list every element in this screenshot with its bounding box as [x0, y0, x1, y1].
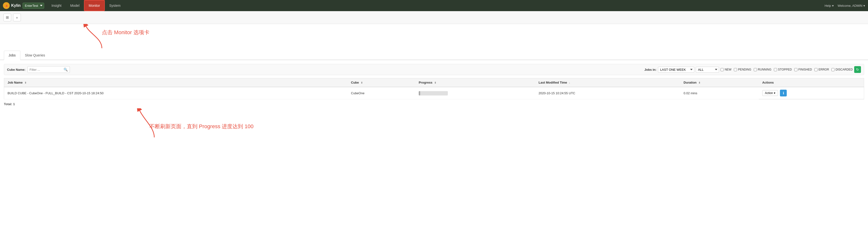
cube-name-input[interactable]	[28, 67, 62, 73]
refresh-button[interactable]: ↻	[854, 66, 861, 73]
status-checkboxes: NEW PENDING RUNNING STOPPED FINISHED ERR…	[720, 68, 853, 71]
cube-name-filter-wrap: 🔍	[27, 66, 70, 73]
checkbox-pending[interactable]: PENDING	[734, 68, 751, 71]
col-header-progress: Progress ⇕	[415, 78, 535, 87]
cell-duration: 0.02 mins	[680, 87, 759, 99]
col-header-actions: Actions	[759, 78, 864, 87]
nav-item-model[interactable]: Model	[66, 0, 84, 11]
navbar: 🔺 Kylin EnterTest Insight Model Monitor …	[0, 0, 868, 11]
nav-item-system[interactable]: System	[105, 0, 125, 11]
filter-left: Cube Name: 🔍	[7, 66, 70, 73]
cube-name-label: Cube Name:	[7, 68, 26, 71]
checkbox-running[interactable]: RUNNING	[754, 68, 771, 71]
add-button[interactable]: +	[13, 13, 21, 21]
tab-slow-queries[interactable]: Slow Queries	[20, 51, 50, 60]
jobs-in-label: Jobs in:	[644, 68, 656, 71]
sort-icon-job-name[interactable]: ⇕	[25, 81, 26, 84]
cell-last-modified: 2020-10-15 10:24:55 UTC	[535, 87, 680, 99]
annotation-top-text: 点击 Monitor 选项卡	[102, 29, 149, 36]
filter-search-button[interactable]: 🔍	[62, 66, 70, 73]
cell-job-name: BUILD CUBE - CubeOne - FULL_BUILD - CST …	[4, 87, 348, 99]
checkbox-error[interactable]: ERROR	[814, 68, 829, 71]
bottom-annotation-area: 不断刷新页面，直到 Progress 进度达到 100	[4, 108, 864, 140]
col-header-last-modified: Last Modified Time ↓	[535, 78, 680, 87]
cell-progress	[415, 87, 535, 99]
progress-bar	[419, 91, 448, 96]
col-header-job-name: Job Name ⇕	[4, 78, 348, 87]
table-row: BUILD CUBE - CubeOne - FULL_BUILD - CST …	[4, 87, 864, 99]
nav-links: Insight Model Monitor System	[47, 0, 825, 11]
time-filter-select[interactable]: LAST ONE WEEK LAST ONE DAY LAST ONE MONT…	[658, 67, 694, 73]
brand-name: Kylin	[11, 3, 21, 8]
main-content: Cube Name: 🔍 Jobs in: LAST ONE WEEK LAST…	[0, 60, 868, 144]
cell-actions: Action ▾ ℹ	[759, 87, 864, 99]
grid-view-button[interactable]: ⊞	[3, 13, 11, 21]
status-filter-select[interactable]: ALL NEW PENDING RUNNING STOPPED FINISHED…	[696, 67, 719, 73]
col-header-duration: Duration ⇕	[680, 78, 759, 87]
toolbar: ⊞ +	[0, 11, 868, 24]
table-header-row: Job Name ⇕ Cube ⇕ Progress ⇕ Last Modifi…	[4, 78, 864, 87]
filter-right: Jobs in: LAST ONE WEEK LAST ONE DAY LAST…	[644, 66, 861, 73]
checkbox-discarded[interactable]: DISCARDED	[831, 68, 853, 71]
progress-bar-fill	[419, 91, 420, 96]
checkbox-stopped[interactable]: STOPPED	[774, 68, 792, 71]
col-header-cube: Cube ⇕	[348, 78, 415, 87]
sort-icon-progress[interactable]: ⇕	[434, 81, 436, 84]
tab-jobs[interactable]: Jobs	[4, 51, 20, 60]
jobs-table: Job Name ⇕ Cube ⇕ Progress ⇕ Last Modifi…	[4, 78, 864, 99]
cell-cube: CubeOne	[348, 87, 415, 99]
checkbox-new[interactable]: NEW	[720, 68, 732, 71]
nav-item-insight[interactable]: Insight	[47, 0, 66, 11]
sort-icon-cube[interactable]: ⇕	[361, 81, 363, 84]
nav-item-monitor[interactable]: Monitor	[84, 0, 105, 11]
sort-icon-duration[interactable]: ⇕	[699, 81, 701, 84]
project-select[interactable]: EnterTest	[23, 3, 44, 9]
brand-icon: 🔺	[3, 2, 10, 9]
nav-right: Help ▾ Welcome, ADMIN ▾	[825, 4, 865, 7]
annotation-bottom-text: 不断刷新页面，直到 Progress 进度达到 100	[149, 123, 253, 130]
monitor-arrow-annotation	[83, 24, 136, 51]
welcome-menu[interactable]: Welcome, ADMIN ▾	[838, 4, 865, 7]
action-dropdown-button[interactable]: Action ▾	[762, 90, 778, 96]
help-menu[interactable]: Help ▾	[825, 4, 834, 7]
brand: 🔺 Kylin	[3, 2, 21, 9]
sort-icon-last-modified[interactable]: ↓	[569, 81, 570, 84]
tabs-bar: Jobs Slow Queries	[0, 51, 868, 60]
total-label: Total: 1	[4, 102, 864, 106]
checkbox-finished[interactable]: FINISHED	[794, 68, 812, 71]
filter-bar: Cube Name: 🔍 Jobs in: LAST ONE WEEK LAST…	[4, 64, 864, 75]
info-button[interactable]: ℹ	[780, 89, 787, 97]
